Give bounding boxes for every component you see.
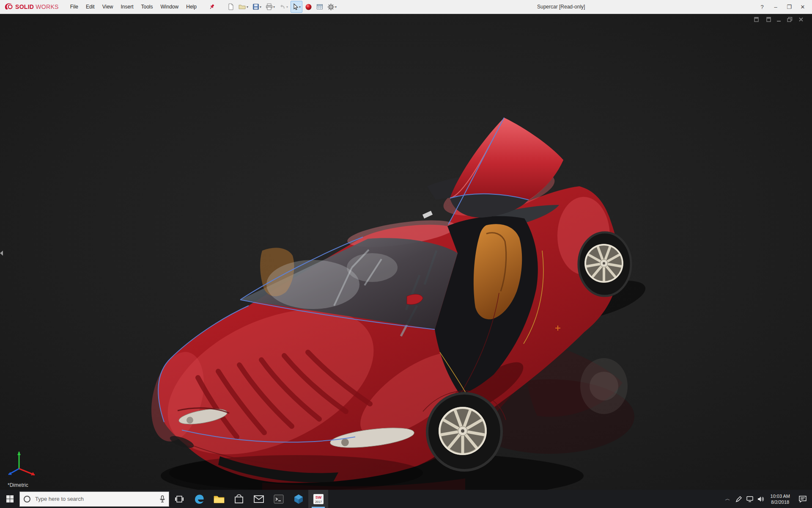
clock-date: 8/2/2018 — [771, 499, 790, 505]
ds-logo-icon — [4, 3, 14, 11]
doc-close-icon[interactable] — [797, 16, 804, 22]
gear-icon — [327, 3, 335, 11]
graphics-viewport[interactable]: *Dimetric — [0, 14, 812, 490]
print-button[interactable]: ▾ — [264, 1, 277, 13]
menu-pin-icon[interactable] — [207, 2, 217, 11]
task-view-button[interactable] — [169, 490, 189, 508]
hidden-icons-caret[interactable]: ︿ — [722, 490, 733, 508]
windows-logo-icon — [6, 495, 14, 502]
minimize-button[interactable]: – — [769, 0, 782, 14]
feature-panel-collapse-arrow[interactable] — [0, 251, 3, 256]
mail-icon — [254, 495, 264, 503]
viewport-canvas[interactable] — [0, 14, 812, 490]
taskbar-app-console[interactable] — [269, 490, 288, 508]
select-dropdown-arrow[interactable]: ▾ — [299, 5, 301, 9]
file-explorer-icon — [214, 494, 225, 504]
doc-window-left-icon[interactable] — [753, 16, 760, 22]
volume-icon[interactable] — [755, 490, 766, 508]
print-dropdown-arrow[interactable]: ▾ — [273, 5, 275, 9]
menu-tools[interactable]: Tools — [137, 0, 157, 14]
menu-insert[interactable]: Insert — [117, 0, 137, 14]
appearance-sphere-icon — [305, 3, 312, 11]
brand-works: WORKS — [36, 3, 58, 10]
desktop: SOLIDWORKS File Edit View Insert Tools W… — [0, 0, 812, 508]
store-icon — [234, 494, 244, 504]
print-icon — [266, 3, 273, 10]
window-controls: ? – ❐ ✕ — [755, 0, 809, 14]
console-icon — [274, 494, 284, 504]
main-toolbar: ▾ ▾ ▾ ▾ — [226, 1, 338, 13]
view-orientation-label: *Dimetric — [8, 482, 28, 488]
save-floppy-icon — [252, 3, 259, 10]
doc-window-right-icon[interactable] — [764, 16, 771, 22]
open-dropdown-arrow[interactable]: ▾ — [247, 5, 248, 9]
taskbar-app-file-explorer[interactable] — [209, 490, 229, 508]
new-document-icon — [228, 3, 234, 10]
viewer-3d-icon — [294, 494, 304, 504]
undo-dropdown-arrow[interactable]: ▾ — [286, 5, 288, 9]
action-center-icon — [798, 495, 807, 503]
svg-text:SW: SW — [315, 495, 321, 500]
taskbar-app-mail[interactable] — [249, 490, 269, 508]
save-button[interactable]: ▾ — [251, 1, 263, 13]
front-wheel[interactable] — [427, 393, 502, 470]
document-title: Supercar [Read-only] — [537, 0, 585, 14]
doc-minimize-icon[interactable] — [775, 16, 782, 22]
options-button[interactable]: ▾ — [326, 1, 338, 13]
taskbar: SW 2017 ︿ 10:03 AM — [0, 490, 812, 508]
cortana-icon — [23, 495, 31, 503]
taskbar-app-store[interactable] — [229, 490, 249, 508]
brand-solid: SOLID — [15, 3, 34, 10]
solidworks-2017-icon: SW 2017 — [313, 494, 324, 505]
system-tray: ︿ 10:03 AM 8/2/2018 — [722, 490, 812, 508]
appearances-button[interactable] — [303, 1, 314, 13]
pen-icon[interactable] — [733, 490, 744, 508]
design-table-button[interactable] — [315, 1, 325, 13]
start-button[interactable] — [0, 490, 19, 508]
menu-file[interactable]: File — [66, 0, 82, 14]
undo-button[interactable]: ▾ — [277, 1, 290, 13]
select-arrow-icon — [292, 3, 299, 10]
search-input[interactable] — [34, 495, 156, 502]
taskbar-app-edge[interactable] — [189, 490, 209, 508]
taskbar-app-3d-viewer[interactable] — [288, 490, 308, 508]
menubar: File Edit View Insert Tools Window Help — [66, 0, 200, 14]
doc-restore-icon[interactable] — [786, 16, 793, 22]
document-window-controls — [753, 16, 804, 22]
options-dropdown-arrow[interactable]: ▾ — [335, 5, 337, 9]
menu-help[interactable]: Help — [182, 0, 200, 14]
help-button[interactable]: ? — [755, 0, 769, 14]
open-button[interactable]: ▾ — [237, 1, 250, 13]
titlebar: SOLIDWORKS File Edit View Insert Tools W… — [0, 0, 812, 14]
design-table-icon — [316, 3, 323, 10]
close-button[interactable]: ✕ — [796, 0, 809, 14]
task-view-icon — [175, 495, 184, 503]
edge-icon — [194, 494, 205, 505]
taskbar-search[interactable] — [19, 491, 169, 507]
taskbar-app-solidworks[interactable]: SW 2017 — [308, 490, 328, 508]
open-folder-icon — [239, 3, 246, 10]
menu-window[interactable]: Window — [157, 0, 183, 14]
undo-icon — [279, 3, 286, 10]
save-dropdown-arrow[interactable]: ▾ — [260, 5, 261, 9]
menu-view[interactable]: View — [99, 0, 117, 14]
menu-edit[interactable]: Edit — [82, 0, 99, 14]
taskbar-clock[interactable]: 10:03 AM 8/2/2018 — [766, 493, 794, 505]
microphone-icon[interactable] — [159, 495, 165, 503]
clock-time: 10:03 AM — [771, 493, 790, 499]
new-document-button[interactable] — [226, 1, 236, 13]
action-center-button[interactable] — [794, 490, 811, 508]
maximize-button[interactable]: ❐ — [782, 0, 796, 14]
network-icon[interactable] — [744, 490, 755, 508]
select-tool-button[interactable]: ▾ — [291, 1, 302, 13]
solidworks-logo: SOLIDWORKS — [0, 3, 59, 11]
svg-text:2017: 2017 — [315, 500, 322, 503]
rear-wheel[interactable] — [579, 232, 631, 296]
